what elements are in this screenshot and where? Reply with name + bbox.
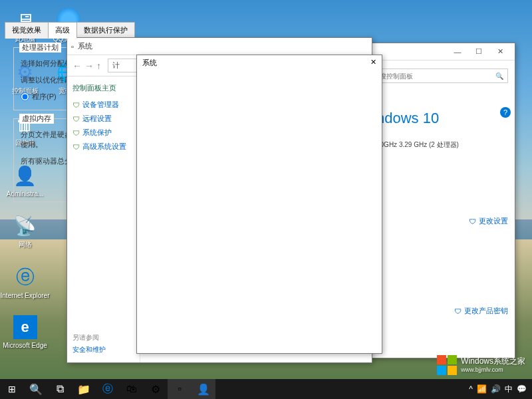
windows-logo: ndows 10 [376,110,508,127]
ie-icon [12,264,39,291]
radio-programs[interactable]: 程序(P) [21,92,57,102]
help-icon[interactable]: ? [500,107,511,118]
sidebar-system-protection[interactable]: 系统保护 [72,128,134,138]
back-button[interactable]: ← [72,61,82,71]
props-title[interactable]: 系统 ✕ [137,55,382,71]
edge-icon [13,315,37,339]
cpu-info: 30GHz 3.29 GHz (2 处理器) [376,140,508,150]
task-view-icon[interactable]: ⧉ [48,379,72,399]
watermark-url: www.bjjmlv.com [461,366,525,374]
maximize-button[interactable]: ☐ [468,44,489,60]
taskbar: ⊞ 🔍 ⧉ 📁 ⓔ 🛍 ⚙ ▫ 👤 ^ 📶 🔊 中 💬 [0,379,532,399]
watermark-title: Windows系统之家 [461,356,525,366]
windows-logo-icon [437,355,457,375]
taskbar-search[interactable]: 🔍 [24,379,48,399]
change-product-key-link[interactable]: 更改产品密钥 [454,306,508,316]
sidebar-remote-settings[interactable]: 远程设置 [72,114,134,124]
network-icon [12,212,39,239]
tab-visual-effects[interactable]: 视觉效果 [5,22,49,39]
tray-notification-icon[interactable]: 💬 [517,384,527,394]
tray-volume-icon[interactable]: 🔊 [491,384,501,394]
up-button[interactable]: ↑ [96,61,101,71]
tray-network-icon[interactable]: 📶 [477,384,487,394]
sidebar-advanced-settings[interactable]: 高级系统设置 [72,142,134,152]
sidebar-title: 控制面板主页 [72,83,134,93]
sidebar-device-manager[interactable]: 设备管理器 [72,100,134,110]
taskbar-app2[interactable]: 👤 [192,379,215,399]
system-titlebar[interactable]: ▫ 系统 [67,38,372,55]
minimize-button[interactable]: — [447,44,468,60]
security-maintenance-link[interactable]: 安全和维护 [72,345,106,354]
start-button[interactable]: ⊞ [0,379,24,399]
desktop-icon-edge[interactable]: Microsoft Edge [7,314,43,349]
search-icon[interactable]: 🔍 [491,72,507,80]
forward-button[interactable]: → [84,61,94,71]
about-titlebar[interactable]: — ☐ ✕ [370,43,515,61]
processor-scheduling-title: 处理器计划 [19,43,61,53]
taskbar-app1[interactable]: ▫ [168,379,192,399]
tray-ime-icon[interactable]: 中 [505,384,513,395]
taskbar-explorer[interactable]: 📁 [72,379,96,399]
close-icon[interactable]: ✕ [370,58,376,66]
system-properties-window: 系统 ✕ [136,55,382,354]
tab-advanced[interactable]: 高级 [48,22,77,39]
sidebar: 控制面板主页 设备管理器 远程设置 系统保护 高级系统设置 另请参阅 安全和维护 [67,76,140,362]
watermark: Windows系统之家 www.bjjmlv.com [437,355,525,375]
about-window: — ☐ ✕ 🔍 ? ndows 10 30GHz 3.29 GHz (2 处理器… [369,43,515,358]
search-bar: 🔍 [376,68,508,83]
system-title: 系统 [78,41,368,51]
taskbar-settings[interactable]: ⚙ [144,379,168,399]
search-input[interactable] [377,72,491,80]
desktop-icon-ie[interactable]: Internet Explorer [7,264,43,299]
close-button[interactable]: ✕ [489,44,511,60]
see-also-label: 另请参阅 [72,333,106,342]
taskbar-store[interactable]: 🛍 [120,379,144,399]
tray-chevron-icon[interactable]: ^ [469,384,473,394]
desktop-icon-network[interactable]: 网络 [7,212,43,249]
tab-dep[interactable]: 数据执行保护 [76,22,135,39]
virtual-memory-title: 虚拟内存 [19,114,54,124]
taskbar-edge[interactable]: ⓔ [96,379,120,399]
change-settings-link[interactable]: 更改设置 [469,216,508,226]
system-tray: ^ 📶 🔊 中 💬 [464,384,532,395]
